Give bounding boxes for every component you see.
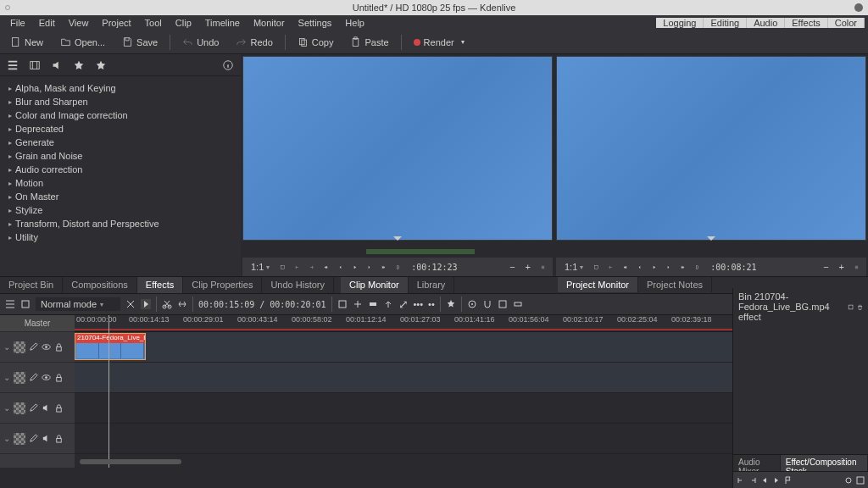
menu-help[interactable]: Help xyxy=(338,18,371,28)
minus-icon[interactable]: − xyxy=(507,260,517,274)
timeline-scrollbar[interactable] xyxy=(80,459,181,464)
tab-audio-mixer[interactable]: Audio Mixer xyxy=(733,455,781,471)
in-point-icon[interactable] xyxy=(292,263,302,272)
undo-button[interactable]: Undo xyxy=(177,34,224,50)
menu-project[interactable]: Project xyxy=(95,18,137,28)
collapse-icon[interactable]: ⌄ xyxy=(3,434,10,443)
tab-project-notes[interactable]: Project Notes xyxy=(638,277,712,292)
skip-fwd-icon[interactable] xyxy=(772,476,781,485)
new-button[interactable]: New xyxy=(5,34,48,50)
effect-category[interactable]: Blur and Sharpen xyxy=(0,95,241,108)
forward-icon[interactable] xyxy=(678,263,687,272)
effects-list[interactable]: Alpha, Mask and Keying Blur and Sharpen … xyxy=(0,76,241,276)
grid-icon[interactable] xyxy=(278,263,287,272)
collapse-icon[interactable]: ⌄ xyxy=(3,373,10,382)
track-head-v2[interactable]: ⌄ xyxy=(0,332,75,363)
layout-audio[interactable]: Audio xyxy=(747,18,785,28)
paste-button[interactable]: Paste xyxy=(345,34,393,50)
open-button[interactable]: Open... xyxy=(55,34,110,50)
info-icon[interactable] xyxy=(222,59,234,71)
speaker-icon[interactable] xyxy=(51,59,63,71)
effect-category[interactable]: Alpha, Mask and Keying xyxy=(0,81,241,95)
project-monitor-view[interactable] xyxy=(556,56,866,241)
window-menu-icon[interactable] xyxy=(5,5,10,10)
out-point-icon[interactable] xyxy=(307,263,316,272)
plus-icon[interactable]: + xyxy=(837,260,847,274)
overwrite-icon[interactable] xyxy=(368,299,378,309)
zoom-dropdown[interactable]: 1:1 xyxy=(248,260,273,274)
collapse-icon[interactable]: ⌄ xyxy=(3,403,10,413)
track-a1[interactable] xyxy=(75,393,732,424)
plus-icon[interactable]: + xyxy=(523,260,533,274)
hamburger-icon[interactable] xyxy=(5,299,15,309)
clip-monitor-ruler[interactable] xyxy=(242,246,553,258)
zoom-slider-icon[interactable] xyxy=(844,476,853,485)
selection-icon[interactable] xyxy=(337,299,348,309)
show-markers-icon[interactable] xyxy=(498,299,508,309)
eye-icon[interactable] xyxy=(42,373,51,382)
tab-effects[interactable]: Effects xyxy=(137,277,183,293)
rewind-icon[interactable] xyxy=(620,263,630,272)
prev-frame-icon[interactable] xyxy=(336,263,345,272)
track-head-a2[interactable]: ⌄ xyxy=(0,424,75,454)
eye-icon[interactable] xyxy=(42,342,51,352)
list-icon[interactable] xyxy=(7,59,19,71)
playhead[interactable] xyxy=(108,315,109,468)
track-v2[interactable]: 210704-Fedora_Live_BG.m xyxy=(75,332,732,363)
track-a2[interactable] xyxy=(75,424,732,454)
tab-effect-stack[interactable]: Effect/Composition Stack xyxy=(781,455,868,471)
tab-clip-properties[interactable]: Clip Properties xyxy=(183,277,262,293)
in-point-icon[interactable] xyxy=(606,263,615,272)
spacer-icon[interactable] xyxy=(177,299,187,309)
skip-back-icon[interactable] xyxy=(760,476,769,485)
master-track[interactable]: Master xyxy=(0,315,75,332)
speaker-icon[interactable] xyxy=(42,434,51,443)
rewind-icon[interactable] xyxy=(321,263,331,272)
tab-clip-monitor[interactable]: Clip Monitor xyxy=(341,277,409,293)
save-button[interactable]: Save xyxy=(117,34,163,50)
show-audio-icon[interactable] xyxy=(513,299,523,309)
layout-effects[interactable]: Effects xyxy=(785,18,827,28)
effect-category[interactable]: On Master xyxy=(0,190,241,203)
play-icon[interactable] xyxy=(649,263,659,272)
edit-icon[interactable] xyxy=(29,403,38,413)
film-icon[interactable] xyxy=(29,59,41,71)
forward-icon[interactable] xyxy=(379,263,388,272)
effect-category[interactable]: Stylize xyxy=(0,203,241,217)
close-icon[interactable] xyxy=(854,3,863,12)
layout-editing[interactable]: Editing xyxy=(704,18,747,28)
zone-out-icon[interactable] xyxy=(748,476,757,485)
preview-render-icon[interactable] xyxy=(467,299,477,309)
tab-compositions[interactable]: Compositions xyxy=(63,277,137,293)
timeline-ruler[interactable]: 00:00:00:00 00:00:14:13 00:00:29:01 00:0… xyxy=(75,315,732,332)
mix-icon[interactable] xyxy=(125,299,136,309)
menu-monitor[interactable]: Monitor xyxy=(247,18,292,28)
next-frame-icon[interactable] xyxy=(364,263,374,272)
window-icon[interactable] xyxy=(848,302,854,312)
star-icon[interactable] xyxy=(73,59,85,71)
layout-color[interactable]: Color xyxy=(828,18,865,28)
insert-icon[interactable] xyxy=(353,299,363,309)
zone-in-icon[interactable] xyxy=(737,476,745,485)
lock-icon[interactable] xyxy=(54,342,64,352)
edit-icon[interactable] xyxy=(29,342,38,352)
lock-icon[interactable] xyxy=(54,403,64,413)
timeline-position[interactable]: 00:00:15:09 xyxy=(198,300,254,309)
star-filled-icon[interactable] xyxy=(95,59,107,71)
menu-file[interactable]: File xyxy=(3,18,32,28)
more-icon-2[interactable]: •• xyxy=(428,299,435,309)
track-v1[interactable] xyxy=(75,363,732,393)
zoom-dropdown[interactable]: 1:1 xyxy=(561,260,587,274)
menu-tool[interactable]: Tool xyxy=(138,18,169,28)
grid-icon[interactable] xyxy=(592,263,601,272)
timeline-tracks-area[interactable]: 00:00:00:00 00:00:14:13 00:00:29:01 00:0… xyxy=(75,315,732,468)
lock-icon[interactable] xyxy=(54,373,64,382)
menu-edit[interactable]: Edit xyxy=(32,18,62,28)
clip-monitor-view[interactable] xyxy=(242,56,553,241)
marker-icon[interactable] xyxy=(693,263,702,272)
expand-icon[interactable]: ⤢ xyxy=(398,297,409,311)
tab-undo-history[interactable]: Undo History xyxy=(262,277,334,293)
layout-logging[interactable]: Logging xyxy=(656,18,704,28)
effect-category[interactable]: Motion xyxy=(0,176,241,190)
tab-project-monitor[interactable]: Project Monitor xyxy=(558,277,638,292)
